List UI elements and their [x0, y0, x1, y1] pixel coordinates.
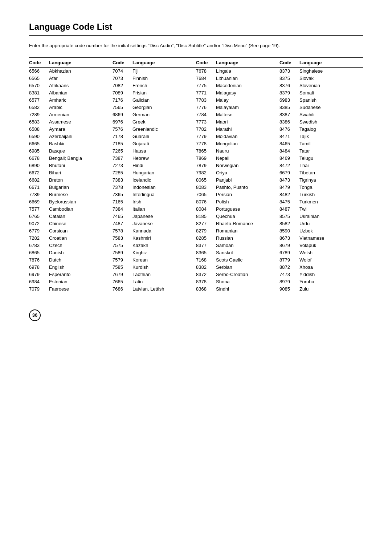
lang-name: Greek — [132, 119, 196, 125]
list-item: 8590Uzbek — [279, 227, 363, 235]
lang-name: Tatar — [299, 148, 363, 154]
lang-code: 8373 — [279, 68, 299, 74]
lang-name: Swahili — [299, 112, 363, 117]
lang-code: 9085 — [279, 286, 299, 292]
list-item: 6665Bashkir — [29, 140, 113, 147]
lang-name: Slovenian — [299, 83, 363, 88]
lang-name: Indonesian — [132, 185, 196, 190]
lang-code: 7465 — [113, 214, 132, 219]
list-item: 7565Georgian — [113, 104, 196, 111]
lang-name: Volapük — [299, 243, 363, 248]
lang-name: Mongolian — [216, 141, 279, 146]
lang-code: 6978 — [29, 264, 49, 270]
lang-code: 7082 — [113, 83, 132, 88]
lang-name: Spanish — [299, 97, 363, 103]
lang-name: Macedonian — [216, 83, 279, 88]
lang-name: Turkish — [299, 192, 363, 197]
col1-code-header: Code — [29, 60, 49, 65]
lang-name: Singhalese — [299, 68, 363, 74]
list-item: 8779Wolof — [279, 256, 363, 264]
lang-code: 7282 — [29, 235, 49, 241]
lang-name: Lingala — [216, 68, 279, 74]
list-item: 7776Malayalam — [196, 104, 279, 111]
lang-code: 8386 — [279, 119, 299, 125]
lang-name: Shona — [216, 279, 279, 284]
lang-code: 7773 — [196, 119, 216, 125]
lang-code: 8465 — [279, 141, 299, 146]
col4-code-header: Code — [279, 60, 299, 65]
lang-name: Turkmen — [299, 199, 363, 204]
lang-code: 6765 — [29, 214, 49, 219]
lang-name: Marathi — [216, 126, 279, 132]
lang-code: 7384 — [113, 206, 132, 212]
lang-name: Estonian — [49, 279, 113, 284]
column-3: Code Language 7678Lingala7684Lithuanian7… — [196, 57, 279, 295]
lang-name: English — [49, 264, 113, 270]
list-item: 7869Nepali — [196, 155, 279, 162]
list-item: 7073Finnish — [113, 75, 196, 82]
lang-code: 7378 — [113, 185, 132, 190]
intro-text: Enter the appropriate code number for th… — [29, 42, 363, 49]
lang-name: Russian — [216, 235, 279, 241]
list-item: 8465Tamil — [279, 140, 363, 147]
lang-name: Zulu — [299, 286, 363, 292]
list-item: 7583Kashmiri — [113, 235, 196, 242]
lang-code: 7365 — [113, 192, 132, 197]
lang-name: Nauru — [216, 148, 279, 154]
lang-name: Oriya — [216, 170, 279, 175]
list-item: 8083Pashto, Pushto — [196, 184, 279, 191]
list-item: 8482Turkish — [279, 191, 363, 198]
lang-code: 6583 — [29, 119, 49, 125]
lang-name: Sudanese — [299, 105, 363, 110]
lang-name: Malay — [216, 97, 279, 103]
lang-code: 7185 — [113, 141, 132, 146]
list-item: 7879Norwegian — [196, 162, 279, 169]
lang-code: 8381 — [29, 90, 49, 96]
lang-code: 7165 — [113, 199, 132, 204]
lang-name: Tibetan — [299, 170, 363, 175]
lang-name: Cambodian — [49, 206, 113, 212]
list-item: 8378Shona — [196, 278, 279, 285]
lang-code: 8472 — [279, 163, 299, 168]
lang-code: 6984 — [29, 279, 49, 284]
list-item: 8382Serbian — [196, 264, 279, 271]
lang-code: 6678 — [29, 155, 49, 161]
list-item: 7784Maltese — [196, 111, 279, 118]
page-number-badge: 36 — [29, 309, 41, 321]
lang-name: Kannada — [132, 228, 196, 234]
lang-name: Croatian — [49, 235, 113, 241]
lang-name: Samoan — [216, 243, 279, 248]
lang-name: Javanese — [132, 221, 196, 226]
lang-name: Bhutani — [49, 163, 113, 168]
lang-code: 6582 — [29, 105, 49, 110]
lang-name: Kirghiz — [132, 250, 196, 255]
lang-name: Rhaeto-Romance — [216, 221, 279, 226]
lang-name: Pashto, Pushto — [216, 185, 279, 190]
col4-rows: 8373Singhalese8375Slovak8376Slovenian837… — [279, 68, 363, 293]
lang-code: 6588 — [29, 126, 49, 132]
lang-code: 7589 — [113, 250, 132, 255]
list-item: 8471Tajik — [279, 133, 363, 140]
lang-code: 7576 — [113, 126, 132, 132]
lang-name: Norwegian — [216, 163, 279, 168]
lang-name: French — [132, 83, 196, 88]
lang-code: 8378 — [196, 279, 216, 284]
lang-code: 7876 — [29, 257, 49, 263]
lang-name: Slovak — [299, 76, 363, 81]
list-item: 7982Oriya — [196, 169, 279, 177]
list-item: 7585Kurdish — [113, 264, 196, 271]
col2-lang-header: Language — [132, 60, 155, 65]
list-item: 8487Twi — [279, 206, 363, 213]
lang-code: 7577 — [29, 206, 49, 212]
lang-code: 6565 — [29, 76, 49, 81]
list-item: 6865Danish — [29, 249, 113, 256]
lang-name: Laothian — [132, 272, 196, 277]
col3-lang-header: Language — [216, 60, 238, 65]
lang-name: Malayalam — [216, 105, 279, 110]
lang-name: Greenlandic — [132, 126, 196, 132]
lang-code: 8382 — [196, 264, 216, 270]
col3-rows: 7678Lingala7684Lithuanian7775Macedonian7… — [196, 68, 279, 293]
lang-name: Wolof — [299, 257, 363, 263]
list-item: 7576Greenlandic — [113, 126, 196, 133]
lang-name: Kashmiri — [132, 235, 196, 241]
